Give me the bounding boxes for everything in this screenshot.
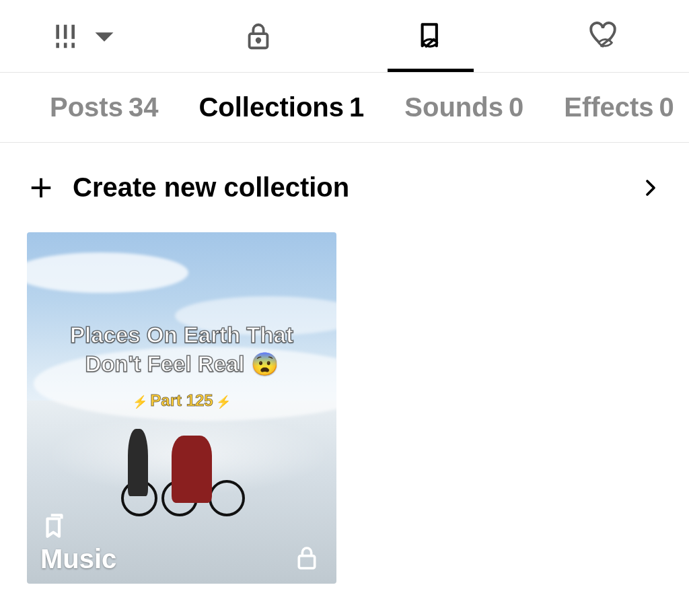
chevron-right-icon (641, 178, 661, 198)
grid-icon (52, 21, 83, 52)
heart-hidden-icon (587, 21, 618, 52)
content-type-tabs: Posts34 Collections1 Sounds0 Effects0 (0, 73, 689, 143)
create-collection-button[interactable]: Create new collection (0, 143, 689, 232)
collection-bookmark-icon (40, 512, 69, 540)
tab-collections[interactable]: Collections1 (198, 92, 364, 123)
bookmark-hidden-icon (415, 21, 446, 52)
tab-count: 34 (129, 92, 159, 122)
tab-liked[interactable] (517, 0, 689, 72)
lock-icon (243, 21, 274, 52)
tab-effects[interactable]: Effects0 (564, 92, 674, 123)
lock-icon (293, 545, 320, 572)
tab-count: 0 (509, 92, 523, 122)
collection-footer: Music (40, 512, 116, 574)
tab-count: 0 (659, 92, 674, 122)
tab-label: Posts (50, 92, 123, 122)
tab-grid[interactable] (0, 0, 172, 72)
tab-label: Collections (198, 92, 344, 122)
collection-privacy (293, 545, 320, 574)
chevron-down-icon (89, 21, 120, 52)
tab-count: 1 (349, 92, 364, 122)
collections-grid: Places On Earth That Don't Feel Real 😨 P… (0, 232, 689, 584)
thumbnail-caption: Places On Earth That Don't Feel Real 😨 (27, 321, 336, 379)
tab-saved[interactable] (344, 0, 517, 72)
tab-private[interactable] (172, 0, 344, 72)
plus-icon (28, 175, 54, 201)
tab-label: Effects (564, 92, 653, 122)
svg-rect-13 (299, 556, 314, 568)
create-collection-label: Create new collection (73, 172, 641, 203)
thumbnail-subcaption: Part 125 (27, 391, 336, 410)
collection-name: Music (40, 544, 116, 574)
tab-posts[interactable]: Posts34 (50, 92, 158, 123)
collection-card[interactable]: Places On Earth That Don't Feel Real 😨 P… (27, 232, 336, 584)
tab-label: Sounds (404, 92, 503, 122)
tab-sounds[interactable]: Sounds0 (404, 92, 523, 123)
profile-icon-tabs (0, 0, 689, 73)
